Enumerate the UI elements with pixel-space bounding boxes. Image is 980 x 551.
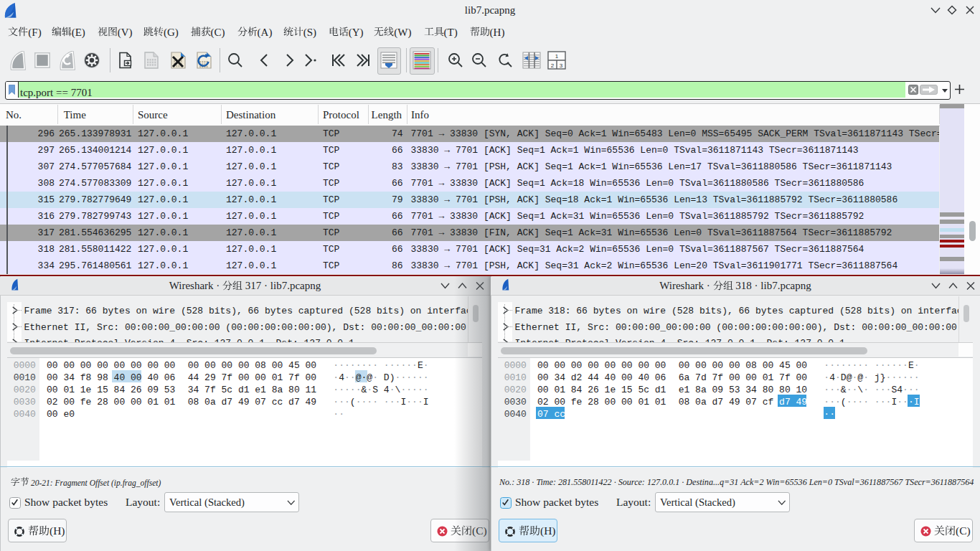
svg-text:3: 3 [559,62,562,69]
svg-text:2: 2 [550,62,554,69]
svg-text:1: 1 [555,53,558,60]
